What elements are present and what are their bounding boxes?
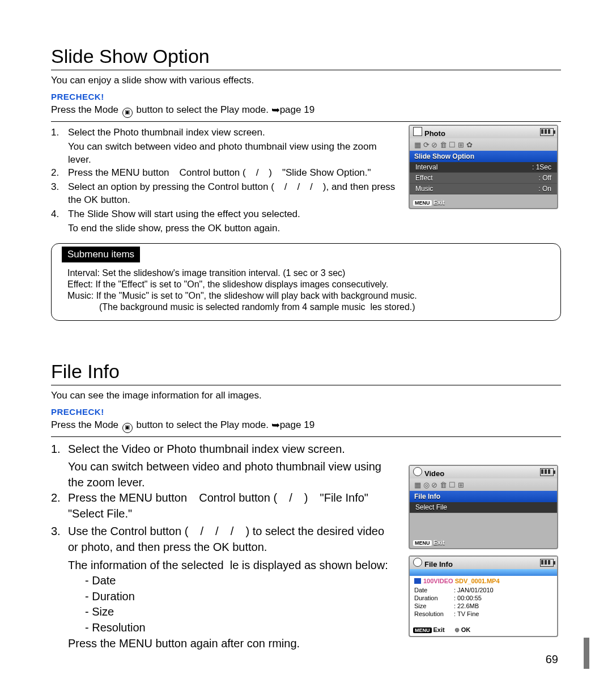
menu-exit: MENUExit — [413, 539, 445, 546]
battery-icon — [540, 128, 554, 136]
info-mode-icon — [413, 558, 422, 567]
menu-row: Interval: 1Sec — [410, 162, 557, 173]
info-banner — [410, 569, 557, 576]
camera-screen-fileinfo-detail: File Info 100VIDEO SDV_0001.MP4 Date: JA… — [409, 555, 558, 637]
photo-mode-icon — [413, 127, 422, 136]
steps-fileinfo: 1.Select the Video or Photo thumbnail in… — [51, 442, 397, 652]
info-row: Size: 22.6MB — [410, 602, 557, 610]
step-tail: Press the MENU button again after con rm… — [68, 636, 397, 652]
file-path: 100VIDEO SDV_0001.MP4 — [410, 576, 557, 586]
step-sub: You can switch between video and photo t… — [68, 141, 402, 167]
info-row: Duration: 00:00:55 — [410, 594, 557, 602]
info-bullet: - Size — [85, 604, 397, 620]
section-title-fileinfo: File Info — [51, 360, 561, 385]
battery-icon — [540, 468, 554, 476]
section-title-slideshow: Slide Show Option — [51, 45, 561, 70]
menu-row: Effect: Off — [410, 173, 557, 184]
submenu-note: (The background music is selected random… — [99, 302, 550, 312]
video-mode-icon — [413, 467, 422, 476]
mode-instruction: Press the Mode ▣ button to select the Pl… — [51, 104, 561, 118]
menu-exit-ok: MENUExit ⊕ OK — [413, 626, 470, 634]
submenu-item: Music: If the "Music" is set to "On", th… — [67, 291, 550, 301]
info-bullet: - Date — [85, 573, 397, 589]
menu-banner: Slide Show Option — [410, 151, 557, 162]
menu-banner: File Info — [410, 491, 557, 502]
precheck-label: PRECHECK! — [51, 92, 561, 101]
step-sub: You can switch between video and photo t… — [68, 459, 397, 490]
step-sub: The information of the selected le is di… — [68, 558, 397, 574]
info-row: Date: JAN/01/2010 — [410, 586, 557, 594]
divider — [51, 436, 561, 437]
intro-text: You can enjoy a slide show with various … — [51, 75, 561, 86]
menu-row: Music: On — [410, 184, 557, 194]
camera-screen-slideshow: Photo ▦ ⟳ ⊘ 🗑 ☐ ⊞ ✿ Slide Show Option In… — [409, 125, 558, 209]
menu-row: Select File — [410, 502, 557, 513]
submenu-item: Interval: Set the slideshow's image tran… — [67, 268, 550, 278]
mode-button-icon: ▣ — [122, 423, 133, 433]
mode-instruction: Press the Mode ▣ button to select the Pl… — [51, 419, 561, 433]
battery-icon — [540, 559, 554, 567]
page-number: 69 — [546, 653, 558, 666]
toolbar-icons: ▦ ⟳ ⊘ 🗑 ☐ ⊞ ✿ — [410, 138, 557, 151]
info-bullet: - Duration — [85, 589, 397, 605]
folder-icon — [414, 578, 421, 584]
info-row: Resolution: TV Fine — [410, 610, 557, 618]
submenu-box: Submenu items Interval: Set the slidesho… — [51, 243, 561, 321]
intro-text: You can see the image information for al… — [51, 390, 561, 401]
divider — [51, 121, 561, 122]
tab-marker — [584, 638, 589, 669]
step-sub: To end the slide show, press the OK butt… — [68, 222, 402, 235]
camera-screen-fileinfo: Video ▦ ◎ ⊘ 🗑 ☐ ⊞ File Info Select File … — [409, 465, 558, 549]
toolbar-icons: ▦ ◎ ⊘ 🗑 ☐ ⊞ — [410, 478, 557, 491]
precheck-label: PRECHECK! — [51, 407, 561, 417]
steps-slideshow: 1.Select the Photo thumbnail index view … — [51, 126, 402, 235]
menu-exit: MENUExit — [413, 199, 445, 206]
submenu-heading: Submenu items — [62, 247, 140, 262]
mode-button-icon: ▣ — [122, 108, 133, 118]
arrow-icon: ➥ — [271, 104, 280, 116]
submenu-item: Effect: If the "Effect" is set to "On", … — [67, 279, 550, 290]
arrow-icon: ➥ — [271, 419, 280, 431]
info-bullet: - Resolution — [85, 620, 397, 636]
